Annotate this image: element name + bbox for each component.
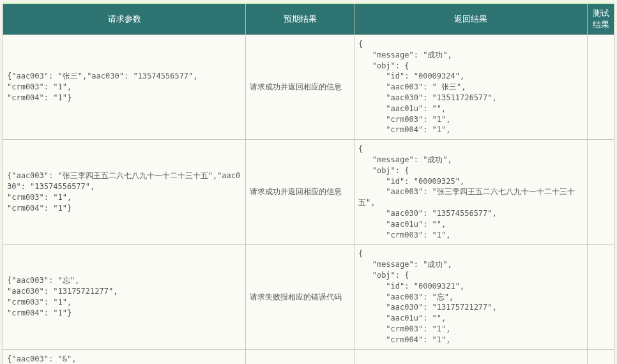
table-row: {"aac003": "忘", "aac030": "13175721277",… xyxy=(3,245,614,349)
cell-returned: { "message": "成功", "obj": { "id": "00009… xyxy=(354,245,588,349)
header-return-result: 返回结果 xyxy=(354,3,588,35)
cell-expected: 请求成功并返回相应的信息 xyxy=(246,140,354,245)
table-row: {"aac003": "张三李四王五二六七八九十一十二十三十五","aac030… xyxy=(3,140,614,245)
header-test-result: 测试结果 xyxy=(588,3,614,35)
table-row: {"aac003": "张三","aac030": "13574556577",… xyxy=(3,35,614,140)
cell-returned: { "message": "成功", "obj": { "id": "00009… xyxy=(354,35,588,140)
cell-expected: 请求失败报相应的错误代码 xyxy=(246,349,354,364)
cell-test xyxy=(588,140,614,245)
cell-test xyxy=(588,349,614,364)
header-request-params: 请求参数 xyxy=(3,3,246,35)
cell-request: {"aac003": "张三李四王五二六七八九十一十二十三十五","aac030… xyxy=(3,140,246,245)
cell-request: {"aac003": "&", "aac030": "13175721277",… xyxy=(3,349,246,364)
cell-test xyxy=(588,245,614,349)
api-test-table: 请求参数 预期结果 返回结果 测试结果 {"aac003": "张三","aac… xyxy=(3,3,614,364)
table-row: {"aac003": "&", "aac030": "13175721277",… xyxy=(3,349,614,364)
cell-expected: 请求失败报相应的错误代码 xyxy=(246,245,354,349)
table-header-row: 请求参数 预期结果 返回结果 测试结果 xyxy=(3,3,614,35)
cell-request: {"aac003": "张三","aac030": "13574556577",… xyxy=(3,35,246,140)
header-expected-result: 预期结果 xyxy=(246,3,354,35)
cell-returned: { "message": "成功", "obj": { "id": "00009… xyxy=(354,140,588,245)
cell-test xyxy=(588,35,614,140)
cell-returned xyxy=(354,349,588,364)
cell-expected: 请求成功并返回相应的信息 xyxy=(246,35,354,140)
cell-request: {"aac003": "忘", "aac030": "13175721277",… xyxy=(3,245,246,349)
